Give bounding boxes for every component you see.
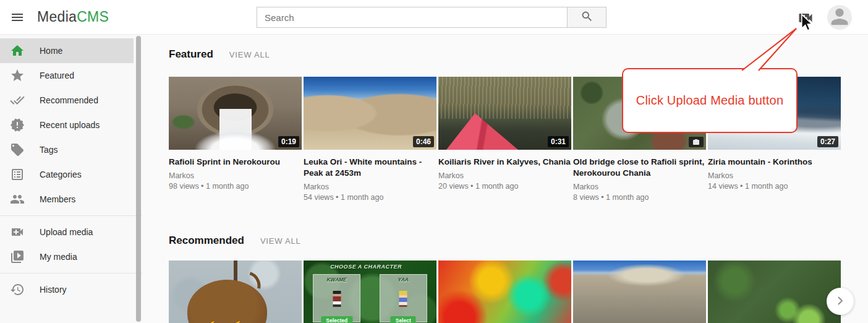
sidebar-item-label: Featured bbox=[40, 71, 74, 80]
search-input[interactable] bbox=[257, 7, 567, 27]
sidebar-item-label: Upload media bbox=[40, 227, 93, 237]
search-bar bbox=[257, 7, 606, 28]
video-thumbnail-green-leaves[interactable] bbox=[708, 261, 841, 323]
video-thumbnail-rocky-mountain[interactable] bbox=[573, 261, 706, 323]
duration-badge: 0:31 bbox=[548, 136, 569, 147]
home-icon bbox=[10, 43, 25, 58]
callout-text: Click Upload Media button bbox=[636, 93, 783, 108]
media-author[interactable]: Markos bbox=[708, 171, 841, 181]
media-title[interactable]: Old bridge close to Rafioli sprint, Nero… bbox=[573, 157, 706, 179]
sidebar-item-categories[interactable]: Categories bbox=[0, 162, 134, 187]
new-releases-icon bbox=[10, 118, 25, 132]
media-meta: 54 views • 1 month ago bbox=[304, 192, 436, 203]
recommended-row: CHOOSE A CHARACTER KWAME Selected YAA Se… bbox=[169, 261, 841, 323]
game-character-sprite bbox=[399, 291, 407, 307]
sidebar-item-label: Tags bbox=[40, 145, 58, 155]
callout-tooltip: Click Upload Media button bbox=[622, 68, 798, 133]
sidebar-item-featured[interactable]: Featured bbox=[0, 63, 134, 88]
tag-icon bbox=[10, 142, 25, 157]
media-card bbox=[169, 261, 302, 323]
media-card: 0:31 Koiliaris River in Kalyves, Chania … bbox=[438, 77, 571, 203]
user-avatar[interactable] bbox=[827, 5, 852, 30]
sidebar-item-recommended[interactable]: Recommended bbox=[0, 88, 134, 113]
sidebar-item-home[interactable]: Home bbox=[0, 38, 134, 63]
game-heading-text: CHOOSE A CHARACTER bbox=[304, 264, 428, 270]
done-all-icon bbox=[10, 93, 25, 108]
video-thumbnail-abstract-colors[interactable] bbox=[438, 261, 571, 323]
media-card bbox=[573, 261, 706, 323]
media-title[interactable]: Ziria mountain - Korinthos bbox=[708, 157, 841, 168]
game-selected-button: Selected bbox=[321, 316, 352, 323]
mouse-cursor bbox=[801, 14, 813, 32]
sidebar-item-my-media[interactable]: My media bbox=[0, 244, 134, 269]
sidebar-item-recent-uploads[interactable]: Recent uploads bbox=[0, 113, 134, 137]
sidebar-item-label: Recommended bbox=[40, 95, 98, 105]
media-title[interactable]: Leuka Ori - White mountains - Peak at 24… bbox=[304, 157, 436, 179]
hamburger-menu-button[interactable] bbox=[9, 10, 26, 25]
video-thumbnail-koiliaris-river[interactable]: 0:31 bbox=[438, 77, 571, 150]
video-call-icon bbox=[10, 225, 25, 239]
featured-section-header: Featured VIEW ALL bbox=[169, 48, 270, 61]
media-meta: 98 views • 1 month ago bbox=[169, 181, 302, 192]
app-logo[interactable]: MediaCMS bbox=[37, 9, 109, 25]
history-icon bbox=[10, 282, 25, 297]
game-character-panel: KWAME Selected bbox=[313, 274, 360, 322]
search-button[interactable] bbox=[567, 7, 606, 27]
media-card bbox=[438, 261, 571, 323]
duration-badge: 0:19 bbox=[278, 136, 299, 147]
sidebar-group-browse: Home Featured Recommended Recent uploads… bbox=[0, 35, 142, 215]
sidebar-group-history: History bbox=[0, 273, 142, 306]
categories-icon bbox=[10, 167, 25, 182]
magnifier-icon bbox=[581, 10, 594, 25]
media-author[interactable]: Markos bbox=[573, 182, 706, 192]
star-icon bbox=[10, 68, 25, 83]
game-character-name: KWAME bbox=[313, 277, 360, 283]
media-title[interactable]: Rafioli Sprint in Nerokourou bbox=[169, 157, 302, 168]
game-character-name: YAA bbox=[380, 277, 427, 283]
video-thumbnail-pumpkin-craft[interactable] bbox=[169, 261, 302, 323]
media-meta: 14 views • 1 month ago bbox=[708, 181, 841, 192]
hamburger-icon bbox=[10, 17, 25, 27]
media-title[interactable]: Koiliaris River in Kalyves, Chania bbox=[438, 157, 571, 168]
media-meta: 20 views • 1 month ago bbox=[438, 181, 571, 192]
sidebar-item-label: Home bbox=[40, 46, 62, 56]
media-author[interactable]: Markos bbox=[169, 171, 302, 181]
media-card: 0:19 Rafioli Sprint in Nerokourou Markos… bbox=[169, 77, 302, 203]
duration-badge: 0:27 bbox=[817, 136, 838, 147]
logo-cms: CMS bbox=[77, 9, 109, 25]
video-library-icon bbox=[10, 249, 25, 264]
sidebar-item-history[interactable]: History bbox=[0, 277, 134, 302]
sidebar-item-upload-media[interactable]: Upload media bbox=[0, 220, 134, 244]
camera-icon bbox=[689, 137, 704, 147]
members-icon bbox=[10, 192, 25, 207]
game-character-panel: YAA Select bbox=[380, 274, 427, 322]
media-card: 0:46 Leuka Ori - White mountains - Peak … bbox=[304, 77, 436, 203]
video-thumbnail-rafioli-sprint[interactable]: 0:19 bbox=[169, 77, 302, 150]
recommended-view-all-link[interactable]: VIEW ALL bbox=[260, 236, 301, 246]
recommended-section-header: Recommended VIEW ALL bbox=[169, 235, 301, 247]
callout-pointer bbox=[730, 26, 804, 72]
sidebar: Home Featured Recommended Recent uploads… bbox=[0, 35, 142, 323]
logo-media: Media bbox=[37, 9, 77, 25]
section-title-recommended: Recommended bbox=[169, 235, 244, 247]
featured-view-all-link[interactable]: VIEW ALL bbox=[229, 50, 270, 59]
video-thumbnail-character-game[interactable]: CHOOSE A CHARACTER KWAME Selected YAA Se… bbox=[304, 261, 436, 323]
sidebar-item-label: Categories bbox=[40, 170, 82, 179]
game-character-sprite bbox=[333, 291, 341, 307]
section-title-featured: Featured bbox=[169, 48, 213, 61]
sidebar-item-tags[interactable]: Tags bbox=[0, 137, 134, 162]
mediacms-app: MediaCMS Home bbox=[0, 0, 868, 323]
sidebar-item-members[interactable]: Members bbox=[0, 187, 134, 212]
video-thumbnail-leuka-ori[interactable]: 0:46 bbox=[304, 77, 436, 150]
chevron-right-icon bbox=[833, 293, 848, 310]
sidebar-item-label: Members bbox=[40, 194, 75, 204]
game-select-button: Select bbox=[391, 316, 416, 323]
sidebar-scrollbar[interactable] bbox=[136, 36, 141, 322]
sidebar-item-label: My media bbox=[40, 252, 77, 262]
media-card: CHOOSE A CHARACTER KWAME Selected YAA Se… bbox=[304, 261, 436, 323]
media-author[interactable]: Markos bbox=[304, 182, 436, 192]
sidebar-item-label: History bbox=[40, 285, 67, 295]
carousel-next-button[interactable] bbox=[827, 288, 854, 315]
media-author[interactable]: Markos bbox=[438, 171, 571, 181]
media-card bbox=[708, 261, 841, 323]
